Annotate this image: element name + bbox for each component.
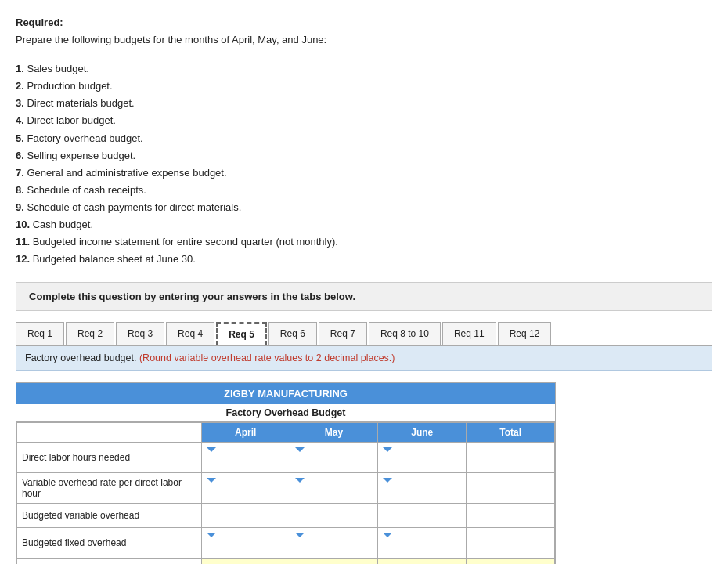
cell-may-4[interactable] [290, 559, 378, 564]
sub-instruction-prefix: Factory overhead budget. [25, 352, 139, 363]
col-header-label [17, 423, 202, 443]
requirement-item: 4. Direct labor budget. [16, 112, 712, 129]
tabs-container: Req 1Req 2Req 3Req 4Req 5Req 6Req 7Req 8… [16, 322, 712, 346]
tab-req-1[interactable]: Req 1 [16, 322, 64, 345]
cell-total-2[interactable] [467, 504, 555, 528]
cell-total-1[interactable] [467, 473, 555, 504]
required-heading: Required: [16, 16, 63, 28]
input-april-2[interactable] [207, 507, 285, 524]
input-june-2[interactable] [383, 507, 461, 524]
tab-req-7[interactable]: Req 7 [319, 322, 367, 345]
col-header-may: May [290, 423, 378, 443]
requirement-item: 6. Selling expense budget. [16, 147, 712, 164]
col-header-total: Total [467, 423, 555, 443]
col-header-june: June [378, 423, 467, 443]
row-label: Budgeted total factory overhead [17, 559, 202, 564]
input-total-3[interactable] [471, 534, 550, 551]
tab-req-12[interactable]: Req 12 [498, 322, 552, 345]
cell-may-2[interactable] [290, 504, 378, 528]
input-may-1[interactable] [295, 483, 373, 500]
cell-june-0[interactable] [378, 443, 467, 473]
input-may-3[interactable] [295, 537, 373, 555]
requirement-list: 1. Sales budget.2. Production budget.3. … [16, 60, 712, 268]
requirement-item: 7. General and administrative expense bu… [16, 164, 712, 182]
requirement-item: 5. Factory overhead budget. [16, 130, 712, 147]
cell-april-2[interactable] [201, 504, 290, 528]
row-label: Budgeted fixed overhead [17, 528, 202, 559]
input-may-0[interactable] [295, 452, 373, 469]
cell-june-1[interactable] [378, 473, 467, 504]
table-row: Direct labor hours needed [17, 443, 555, 473]
requirement-item: 1. Sales budget. [16, 60, 712, 78]
tab-req-4[interactable]: Req 4 [166, 322, 214, 345]
budget-table: April May June Total Direct labor hours … [16, 422, 555, 564]
tab-req-3[interactable]: Req 3 [116, 322, 164, 345]
row-label: Variable overhead rate per direct labor … [17, 473, 202, 504]
cell-june-3[interactable] [378, 528, 467, 559]
tab-req-6[interactable]: Req 6 [268, 322, 317, 345]
col-header-april: April [201, 423, 290, 443]
tab-req-5[interactable]: Req 5 [216, 322, 267, 345]
cell-june-2[interactable] [378, 504, 467, 528]
row-label: Direct labor hours needed [17, 443, 202, 473]
cell-april-1[interactable] [201, 473, 290, 504]
required-intro: Prepare the following budgets for the mo… [16, 31, 712, 49]
tab-req-2[interactable]: Req 2 [66, 322, 114, 345]
cell-june-4[interactable] [378, 559, 467, 564]
table-title: Factory Overhead Budget [16, 404, 555, 422]
sub-instruction: Factory overhead budget. (Round variable… [16, 346, 712, 371]
requirement-item: 11. Budgeted income statement for entire… [16, 233, 712, 251]
input-april-1[interactable] [207, 483, 285, 500]
input-june-3[interactable] [383, 537, 461, 555]
requirement-item: 3. Direct materials budget. [16, 95, 712, 112]
cell-total-3[interactable] [467, 528, 555, 559]
cell-april-4[interactable] [201, 559, 290, 564]
input-total-1[interactable] [471, 479, 550, 497]
required-section: Required: Prepare the following budgets … [16, 14, 712, 268]
tab-req-8-to-10[interactable]: Req 8 to 10 [369, 322, 441, 345]
cell-april-0[interactable] [201, 443, 290, 473]
input-april-0[interactable] [207, 452, 285, 469]
table-row: Budgeted total factory overhead [17, 559, 555, 564]
requirement-item: 2. Production budget. [16, 78, 712, 95]
requirement-item: 9. Schedule of cash payments for direct … [16, 199, 712, 216]
budget-table-container: ZIGBY MANUFACTURING Factory Overhead Bud… [16, 382, 556, 564]
cell-total-0[interactable] [467, 443, 555, 473]
table-row: Variable overhead rate per direct labor … [17, 473, 555, 504]
row-label: Budgeted variable overhead [17, 504, 202, 528]
instruction-box: Complete this question by entering your … [16, 282, 712, 311]
cell-may-1[interactable] [290, 473, 378, 504]
requirement-item: 10. Cash budget. [16, 216, 712, 233]
sub-instruction-note: (Round variable overhead rate values to … [139, 352, 395, 363]
input-total-0[interactable] [471, 449, 550, 466]
requirement-item: 12. Budgeted balance sheet at June 30. [16, 251, 712, 268]
company-name: ZIGBY MANUFACTURING [16, 383, 555, 404]
input-total-2[interactable] [471, 507, 550, 524]
input-june-1[interactable] [383, 483, 461, 500]
tab-req-11[interactable]: Req 11 [442, 322, 496, 345]
cell-may-0[interactable] [290, 443, 378, 473]
input-june-0[interactable] [383, 452, 461, 469]
input-may-2[interactable] [295, 507, 373, 524]
input-april-3[interactable] [207, 537, 285, 555]
table-row: Budgeted fixed overhead [17, 528, 555, 559]
table-row: Budgeted variable overhead [17, 504, 555, 528]
requirement-item: 8. Schedule of cash receipts. [16, 182, 712, 199]
cell-april-3[interactable] [201, 528, 290, 559]
cell-total-4[interactable] [467, 559, 555, 564]
cell-may-3[interactable] [290, 528, 378, 559]
